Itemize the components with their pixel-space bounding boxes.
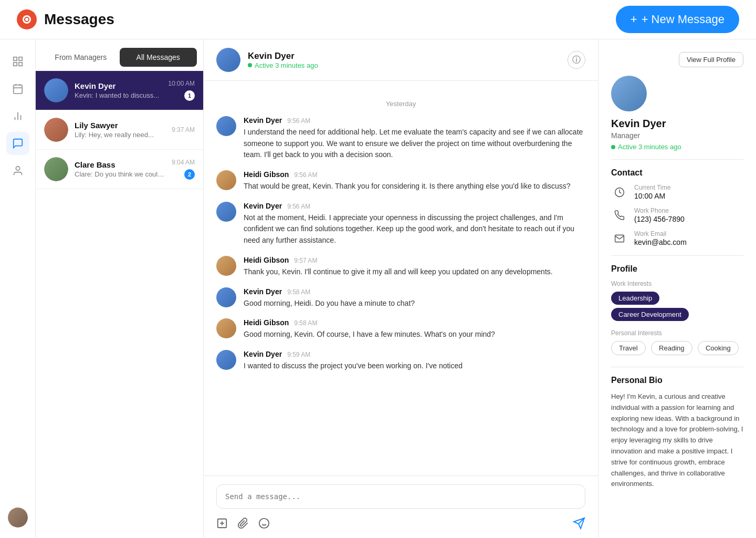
msg-text-3: Thank you, Kevin. I'll continue to give … [244, 266, 585, 278]
profile-status-dot [611, 145, 615, 149]
tab-all-messages[interactable]: All Messages [120, 48, 197, 67]
new-message-label: + New Message [642, 13, 724, 26]
profile-section-title: Profile [611, 264, 743, 274]
msg-name-0: Kevin Dyer [244, 116, 282, 125]
msg-header-5: Heidi Gibson 9:58 AM [244, 318, 585, 327]
sidebar-item-people[interactable] [6, 159, 29, 182]
email-icon [611, 230, 628, 247]
conv-meta-lily: 9:37 AM [172, 126, 195, 133]
paperclip-button[interactable] [237, 518, 249, 529]
message-list-panel: From Managers All Messages Kevin Dyer Ke… [36, 39, 204, 538]
chat-tools [216, 518, 270, 529]
msg-avatar-4 [216, 287, 236, 307]
page-title: Messages [44, 11, 114, 28]
conversation-item-kevin[interactable]: Kevin Dyer Kevin: I wanted to discuss...… [36, 71, 203, 110]
message-group-5: Heidi Gibson 9:58 AM Good morning, Kevin… [216, 318, 585, 340]
conv-info-lily: Lily Sawyer Lily: Hey, we really need... [75, 121, 165, 139]
work-interests-section: Work Interests Leadership Career Develop… [611, 280, 743, 324]
app-header: Messages + + New Message [0, 0, 756, 39]
msg-avatar-2 [216, 202, 236, 222]
msg-avatar-5 [216, 318, 236, 338]
personal-interests-section: Personal Interests Travel Reading Cookin… [611, 329, 743, 358]
chat-message-input[interactable] [216, 484, 585, 509]
work-phone-label: Work Phone [634, 207, 685, 214]
emoji-button[interactable] [258, 518, 270, 529]
msg-header-6: Kevin Dyer 9:59 AM [244, 350, 585, 358]
conv-time-kevin: 10:00 AM [168, 80, 195, 87]
msg-header-4: Kevin Dyer 9:58 AM [244, 287, 585, 296]
msg-name-4: Kevin Dyer [244, 287, 282, 296]
personal-interests-tags: Travel Reading Cooking [611, 341, 743, 358]
clock-icon [611, 184, 628, 201]
contact-email-item: Work Email kevin@abc.com [611, 230, 743, 247]
sidebar-nav [0, 39, 36, 538]
contact-time-info: Current Time 10:00 AM [634, 184, 670, 200]
chat-contact-status: Active 3 minutes ago [248, 61, 318, 69]
conversation-item-lily[interactable]: Lily Sawyer Lily: Hey, we really need...… [36, 110, 203, 150]
sidebar-item-analytics[interactable] [6, 105, 29, 128]
contact-phone-info: Work Phone (123) 456-7890 [634, 207, 685, 223]
message-group-2: Kevin Dyer 9:56 AM Not at the moment, He… [216, 202, 585, 246]
sidebar-item-grid[interactable] [6, 50, 29, 73]
divider-2 [611, 255, 743, 256]
conversation-item-clare[interactable]: Clare Bass Clare: Do you think we could.… [36, 150, 203, 189]
tag-cooking: Cooking [698, 341, 739, 355]
conv-name-clare: Clare Bass [75, 160, 165, 169]
svg-rect-0 [13, 57, 16, 60]
chat-header-info: Kevin Dyer Active 3 minutes ago [248, 51, 318, 69]
conv-meta-clare: 9:04 AM 2 [172, 159, 195, 180]
message-group-0: Kevin Dyer 9:56 AM I understand the need… [216, 116, 585, 161]
paperclip-icon [237, 518, 249, 529]
tab-from-managers[interactable]: From Managers [42, 48, 120, 67]
msg-time-2: 9:56 AM [287, 203, 310, 210]
profile-panel: View Full Profile Kevin Dyer Manager Act… [598, 39, 756, 538]
conv-badge-kevin: 1 [184, 90, 195, 101]
profile-header: View Full Profile [611, 52, 743, 67]
conv-info-kevin: Kevin Dyer Kevin: I wanted to discuss... [75, 81, 162, 99]
msg-text-2: Not at the moment, Heidi. I appreciate y… [244, 212, 585, 246]
chat-header-user: Kevin Dyer Active 3 minutes ago [216, 48, 318, 72]
profile-role: Manager [611, 131, 743, 140]
msg-text-1: That would be great, Kevin. Thank you fo… [244, 181, 585, 192]
msg-name-3: Heidi Gibson [244, 256, 289, 264]
profile-name: Kevin Dyer [611, 118, 743, 130]
chat-input-area [204, 475, 598, 538]
logo-dot [25, 18, 28, 21]
profile-avatar [611, 76, 647, 111]
msg-time-4: 9:58 AM [287, 288, 310, 296]
info-icon: ⓘ [572, 55, 581, 66]
svg-point-15 [259, 519, 269, 528]
new-message-button[interactable]: + + New Message [616, 6, 739, 33]
conv-time-clare: 9:04 AM [172, 159, 195, 166]
user-avatar[interactable] [8, 508, 28, 527]
msg-time-5: 9:58 AM [294, 319, 317, 327]
sidebar-item-messages[interactable] [6, 132, 29, 155]
conv-preview-clare: Clare: Do you think we could... [75, 170, 165, 178]
phone-icon [611, 207, 628, 224]
chat-info-button[interactable]: ⓘ [568, 51, 585, 69]
current-time-label: Current Time [634, 184, 670, 191]
logo-icon [23, 15, 31, 24]
add-attachment-button[interactable] [216, 518, 228, 529]
app-logo [17, 9, 37, 29]
msg-content-5: Heidi Gibson 9:58 AM Good morning, Kevin… [244, 318, 585, 340]
view-full-profile-button[interactable]: View Full Profile [679, 52, 743, 67]
work-email-value: kevin@abc.com [634, 238, 687, 246]
msg-name-6: Kevin Dyer [244, 350, 282, 358]
msg-name-1: Heidi Gibson [244, 170, 289, 179]
message-group-6: Kevin Dyer 9:59 AM I wanted to discuss t… [216, 350, 585, 372]
profile-status-text: Active 3 minutes ago [618, 143, 681, 151]
conv-preview-kevin: Kevin: I wanted to discuss... [75, 91, 162, 99]
work-phone-value: (123) 456-7890 [634, 215, 685, 223]
main-layout: From Managers All Messages Kevin Dyer Ke… [0, 39, 756, 538]
sidebar-item-calendar[interactable] [6, 77, 29, 100]
conv-avatar-lily [44, 118, 68, 142]
tag-reading: Reading [651, 341, 692, 355]
conv-time-lily: 9:37 AM [172, 126, 195, 133]
msg-avatar-1 [216, 170, 236, 190]
svg-rect-1 [18, 57, 22, 60]
send-message-button[interactable] [573, 517, 585, 530]
msg-text-4: Good morning, Heidi. Do you have a minut… [244, 298, 585, 309]
message-group-3: Heidi Gibson 9:57 AM Thank you, Kevin. I… [216, 256, 585, 278]
msg-content-1: Heidi Gibson 9:56 AM That would be great… [244, 170, 585, 192]
